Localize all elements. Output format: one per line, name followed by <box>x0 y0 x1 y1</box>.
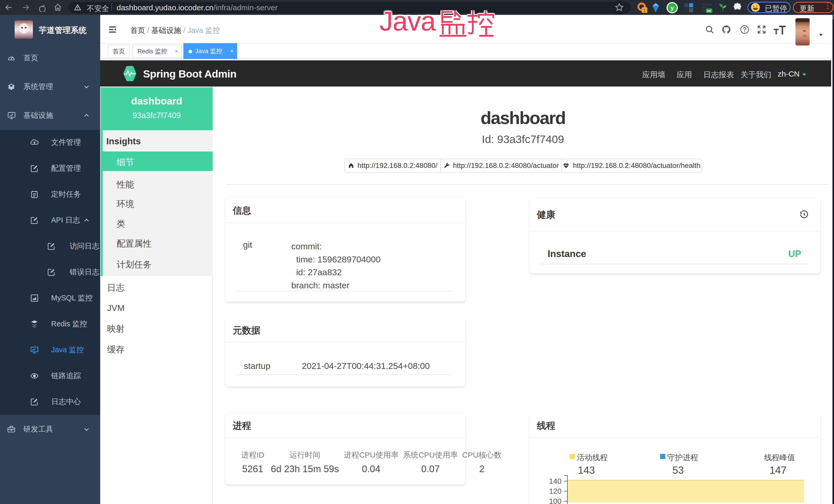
svg-text:1: 1 <box>643 8 646 13</box>
svg-text:y: y <box>671 4 674 11</box>
svg-text:on: on <box>707 9 711 13</box>
